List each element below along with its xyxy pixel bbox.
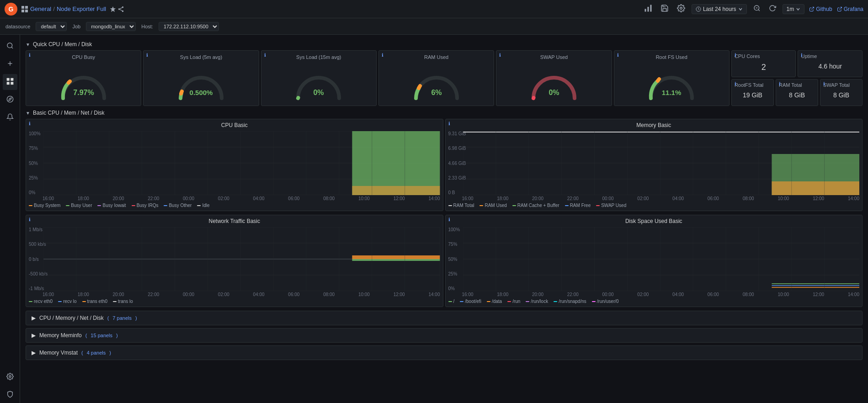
dashboard-icon — [6, 78, 14, 85]
refresh-icon — [769, 5, 776, 12]
memory-basic-chart-title: Memory Basic — [448, 122, 860, 128]
legend-trans-lo: trans lo — [113, 299, 133, 304]
save-icon-btn[interactable] — [659, 2, 671, 16]
memory-meminfo-count-val: 15 panels — [91, 333, 112, 338]
legend-slash: / — [448, 299, 455, 304]
quick-cpu-section-header[interactable]: ▼ Quick CPU / Mem / Disk — [26, 41, 863, 48]
zoom-out-btn[interactable] — [751, 3, 762, 15]
ram-used-gauge-svg: 6% — [411, 64, 462, 101]
sys-load-5-gauge: 0.500% — [146, 62, 256, 103]
swap-total-title: SWAP Total — [823, 82, 859, 88]
alert-sidebar-btn[interactable] — [3, 110, 17, 126]
data-color — [487, 301, 490, 302]
recv-lo-color — [58, 301, 62, 302]
add-sidebar-btn[interactable] — [3, 56, 17, 72]
refresh-btn[interactable] — [767, 3, 778, 15]
explore-sidebar-btn[interactable] — [3, 92, 17, 108]
info-icon-9: ℹ — [735, 81, 736, 86]
run-lock-color — [526, 301, 529, 302]
datasource-label: datasource — [5, 24, 30, 29]
legend-boot-efi: /boot/efi — [460, 299, 481, 304]
bell-icon — [6, 113, 14, 121]
config-sidebar-btn[interactable] — [3, 369, 17, 385]
info-icon-14: ℹ — [29, 217, 31, 222]
chevron-right-icon-2: ▶ — [32, 332, 36, 339]
dashboard-sidebar-btn[interactable] — [3, 74, 17, 90]
refresh-interval-selector[interactable]: 1m — [783, 4, 805, 14]
grafana-link[interactable]: Grafana — [837, 6, 863, 12]
disk-chart-title: Disk Space Used Basic — [448, 218, 860, 224]
legend-busy-other: Busy Other — [164, 203, 192, 208]
svg-rect-27 — [11, 82, 13, 85]
svg-line-21 — [11, 47, 13, 48]
disk-x-axis: 16:0018:0020:0022:00 00:0002:0004:0006:0… — [448, 292, 860, 297]
disk-svg — [463, 227, 860, 291]
svg-rect-11 — [647, 7, 649, 12]
legend-busy-user: Busy User — [66, 203, 92, 208]
svg-rect-24 — [6, 78, 9, 81]
external-link-icon-2 — [837, 6, 842, 12]
info-icon-7: ℹ — [735, 53, 736, 58]
memory-meminfo-header[interactable]: ▶ Memory Meminfo ( 15 panels ) — [26, 329, 862, 342]
share-icon[interactable] — [118, 6, 124, 12]
svg-marker-29 — [9, 98, 11, 101]
svg-point-20 — [7, 43, 12, 48]
legend-trans-eth0: trans eth0 — [82, 299, 107, 304]
cpu-basic-svg — [43, 131, 440, 195]
memory-vmstat-header[interactable]: ▶ Memory Vmstat ( 4 panels ) — [26, 346, 862, 360]
legend-ram-cache: RAM Cache + Buffer — [512, 203, 559, 208]
svg-text:0%: 0% — [314, 89, 324, 96]
info-icon-2: ℹ — [146, 53, 148, 58]
star-icon[interactable] — [110, 6, 116, 12]
cpu-cores-title: CPU Cores — [735, 53, 793, 59]
quick-cpu-title: Quick CPU / Mem / Disk — [33, 41, 92, 48]
charts-row-1: ℹ CPU Basic 100%75%50%25%0% — [26, 119, 863, 211]
legend-busy-system: Busy System — [29, 203, 60, 208]
info-icon-12: ℹ — [29, 121, 31, 126]
github-link[interactable]: Github — [809, 6, 832, 12]
network-chart-title: Network Traffic Basic — [29, 218, 440, 224]
recv-eth0-color — [29, 301, 32, 302]
svg-rect-25 — [11, 78, 13, 81]
ram-total-title: RAM Total — [779, 82, 815, 88]
search-sidebar-btn[interactable] — [3, 38, 17, 54]
datasource-select[interactable]: default — [36, 22, 67, 31]
compass-icon — [6, 95, 14, 103]
charts-row-2: ℹ Network Traffic Basic 1 Mb/s500 kb/s0 … — [26, 215, 863, 307]
svg-point-6 — [118, 8, 120, 10]
svg-text:7.97%: 7.97% — [73, 89, 94, 96]
memory-vmstat-section: ▶ Memory Vmstat ( 4 panels ) — [26, 345, 863, 360]
settings-icon-btn[interactable] — [675, 2, 687, 16]
app-logo[interactable]: G — [5, 3, 17, 16]
disk-chart-area: 100%75%50%25%0% — [448, 227, 860, 291]
memory-meminfo-title: Memory Meminfo — [39, 332, 82, 339]
ram-cache-color — [512, 205, 516, 206]
shield-icon — [6, 391, 14, 398]
disk-y-axis: 100%75%50%25%0% — [448, 227, 462, 291]
chart-icon-btn[interactable] — [642, 2, 654, 16]
svg-line-18 — [811, 7, 814, 10]
svg-line-19 — [839, 7, 842, 10]
breadcrumb-general[interactable]: General — [30, 5, 51, 12]
cpu-memory-net-disk-header[interactable]: ▶ CPU / Memory / Net / Disk ( 7 panels ) — [26, 311, 862, 325]
memory-meminfo-section: ▶ Memory Meminfo ( 15 panels ) — [26, 328, 863, 343]
ram-used-card: ℹ RAM Used 6% — [378, 50, 494, 106]
rootfs-total-card: ℹ RootFS Total 19 GiB — [731, 79, 774, 106]
filter-bar: datasource default Job mongodb_linux Hos… — [0, 18, 868, 35]
cpu-basic-chart-card: ℹ CPU Basic 100%75%50%25%0% — [26, 119, 443, 211]
time-range-selector[interactable]: Last 24 hours — [692, 4, 747, 14]
svg-text:0%: 0% — [548, 89, 559, 96]
memory-basic-chart-card: ℹ Memory Basic 9.31 GiB6.98 GiB4.66 GiB2… — [445, 119, 863, 211]
svg-text:0.500%: 0.500% — [190, 89, 213, 96]
host-select[interactable]: 172.22.112.10:9500 — [159, 22, 219, 31]
run-color — [507, 301, 511, 302]
sidebar — [0, 35, 20, 403]
legend-ram-free: RAM Free — [565, 203, 591, 208]
shield-sidebar-btn[interactable] — [3, 387, 17, 403]
ram-used-color — [479, 205, 483, 206]
job-select[interactable]: mongodb_linux — [86, 22, 136, 31]
main-content: ▼ Quick CPU / Mem / Disk ℹ CPU Busy 7.97… — [20, 35, 868, 403]
legend-run: /run — [507, 299, 520, 304]
svg-line-16 — [758, 10, 760, 11]
basic-cpu-section-header[interactable]: ▼ Basic CPU / Mem / Net / Disk — [26, 110, 863, 116]
